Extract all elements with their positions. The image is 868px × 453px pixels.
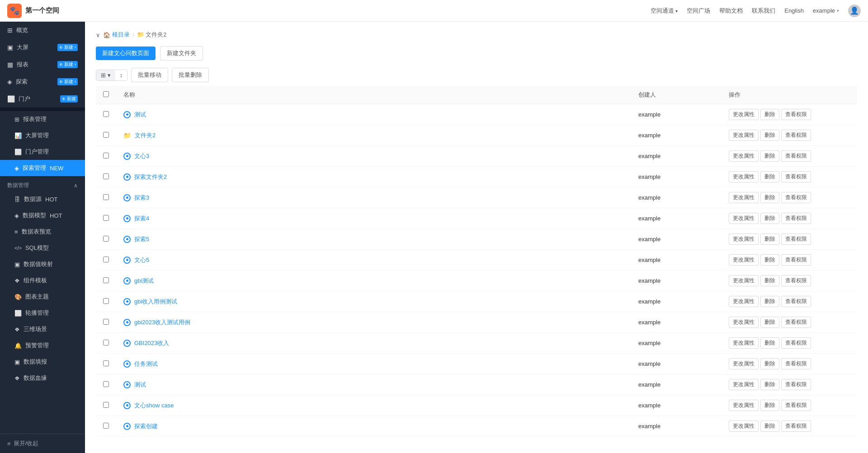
sidebar-item-carousel[interactable]: ⬜ 轮播管理 [0,305,85,321]
row-name-link[interactable]: gbi2023收入测试用例 [134,318,190,327]
row-name-link[interactable]: 探索3 [134,194,149,202]
delete-button[interactable]: 删除 [760,130,779,141]
nav-contact-us[interactable]: 联系我们 [752,7,775,15]
row-checkbox[interactable] [103,381,109,387]
language-switcher[interactable]: English [784,7,804,14]
data-mgmt-section[interactable]: 数据管理 ∧ [0,176,85,191]
row-checkbox[interactable] [103,194,109,200]
sidebar-item-data-model[interactable]: ◈ 数据模型 HOT [0,207,85,224]
nav-help-docs[interactable]: 帮助文档 [719,7,743,15]
sidebar-item-explore-mgmt[interactable]: ◈ 探索管理 NEW [0,160,85,176]
edit-button[interactable]: 更改属性 [729,379,759,390]
row-name-link[interactable]: GBI2023收入 [134,339,169,347]
sidebar-item-chart-theme[interactable]: 🎨 图表主题 [0,289,85,305]
permissions-button[interactable]: 查看权限 [781,150,811,162]
row-checkbox[interactable] [103,360,109,366]
row-checkbox[interactable] [103,153,109,159]
permissions-button[interactable]: 查看权限 [781,213,811,224]
delete-button[interactable]: 删除 [760,358,779,369]
permissions-button[interactable]: 查看权限 [781,109,811,120]
row-name-link[interactable]: 探索4 [134,215,149,223]
report-new-button[interactable]: ⊕ 新建 › [57,61,78,68]
edit-button[interactable]: 更改属性 [729,275,759,286]
sidebar-item-data-fill[interactable]: ▣ 数据填报 [0,354,85,370]
row-checkbox[interactable] [103,257,109,262]
edit-button[interactable]: 更改属性 [729,213,759,224]
row-checkbox[interactable] [103,298,109,304]
sidebar-item-bigscreen[interactable]: ▣ 大屏 ⊕ 新建 › [0,39,85,56]
delete-button[interactable]: 删除 [760,171,779,182]
sidebar-item-explore[interactable]: ◈ 探索 ⊕ 新建 › [0,73,85,90]
batch-move-button[interactable]: 批量移动 [131,68,168,82]
row-name-link[interactable]: 文心show case [134,402,174,410]
sidebar-item-component-template[interactable]: ❖ 组件模板 [0,272,85,289]
edit-button[interactable]: 更改属性 [729,192,759,203]
row-name-link[interactable]: 探索5 [134,235,149,243]
sidebar-item-portal[interactable]: ⬜ 门户 ⊕ 新建 [0,90,85,107]
edit-button[interactable]: 更改属性 [729,234,759,245]
sidebar-item-bigscreen-mgmt[interactable]: 📊 大屏管理 [0,127,85,144]
sidebar-item-portal-mgmt[interactable]: ⬜ 门户管理 [0,144,85,160]
permissions-button[interactable]: 查看权限 [781,400,811,411]
permissions-button[interactable]: 查看权限 [781,337,811,349]
row-checkbox[interactable] [103,340,109,346]
delete-button[interactable]: 删除 [760,400,779,411]
sidebar-item-datasource[interactable]: 🗄 数据源 HOT [0,191,85,207]
delete-button[interactable]: 删除 [760,109,779,120]
row-name-link[interactable]: 测试 [134,381,146,389]
delete-button[interactable]: 删除 [760,213,779,224]
row-checkbox[interactable] [103,215,109,221]
edit-button[interactable]: 更改属性 [729,400,759,411]
sidebar-footer-toggle[interactable]: ≡ 展开/收起 [0,434,85,453]
row-name-link[interactable]: gbi收入用例测试 [134,298,177,306]
row-name-link[interactable]: 文件夹2 [135,131,156,140]
row-name-link[interactable]: 测试 [134,111,146,119]
user-menu[interactable]: example ▾ [813,7,839,14]
grid-view-button[interactable]: ⊞ ▾ [96,70,115,80]
row-name-link[interactable]: 文心5 [134,256,149,264]
row-checkbox[interactable] [103,132,109,138]
portal-new-button[interactable]: ⊕ 新建 [60,95,78,103]
edit-button[interactable]: 更改属性 [729,358,759,369]
delete-button[interactable]: 删除 [760,150,779,162]
permissions-button[interactable]: 查看权限 [781,379,811,390]
row-checkbox[interactable] [103,402,109,408]
sidebar-item-data-value-map[interactable]: ▣ 数据值映射 [0,256,85,272]
create-folder-button[interactable]: 新建文件夹 [160,46,203,61]
edit-button[interactable]: 更改属性 [729,171,759,182]
permissions-button[interactable]: 查看权限 [781,254,811,266]
row-checkbox[interactable] [103,277,109,283]
delete-button[interactable]: 删除 [760,420,779,432]
explore-new-button[interactable]: ⊕ 新建 › [57,78,78,85]
sidebar-item-3d-scene[interactable]: ❖ 三维场景 [0,321,85,337]
sidebar-item-overview[interactable]: ⊞ 概览 [0,22,85,39]
permissions-button[interactable]: 查看权限 [781,358,811,369]
row-name-link[interactable]: 探索文件夹2 [134,173,167,181]
permissions-button[interactable]: 查看权限 [781,171,811,182]
row-name-link[interactable]: 探索创建 [134,422,158,430]
permissions-button[interactable]: 查看权限 [781,275,811,286]
row-name-link[interactable]: 文心3 [134,152,149,160]
delete-button[interactable]: 删除 [760,275,779,286]
delete-button[interactable]: 删除 [760,337,779,349]
row-checkbox[interactable] [103,319,109,325]
sort-button[interactable]: ↕ [115,70,127,80]
row-name-link[interactable]: gbi测试 [134,277,154,285]
delete-button[interactable]: 删除 [760,296,779,307]
sidebar-item-data-preview[interactable]: ≡ 数据表预览 [0,224,85,240]
bigscreen-new-button[interactable]: ⊕ 新建 › [57,44,78,51]
permissions-button[interactable]: 查看权限 [781,192,811,203]
delete-button[interactable]: 删除 [760,379,779,390]
edit-button[interactable]: 更改属性 [729,420,759,432]
permissions-button[interactable]: 查看权限 [781,296,811,307]
nav-space-channel[interactable]: 空间通道 ▾ [651,7,678,15]
row-checkbox[interactable] [103,236,109,242]
sidebar-item-report[interactable]: ▦ 报表 ⊕ 新建 › [0,56,85,73]
sidebar-item-alert[interactable]: 🔔 预警管理 [0,337,85,354]
edit-button[interactable]: 更改属性 [729,296,759,307]
row-checkbox[interactable] [103,423,109,429]
permissions-button[interactable]: 查看权限 [781,420,811,432]
edit-button[interactable]: 更改属性 [729,150,759,162]
row-checkbox[interactable] [103,173,109,179]
breadcrumb-root[interactable]: 🏠 根目录 [103,31,130,39]
